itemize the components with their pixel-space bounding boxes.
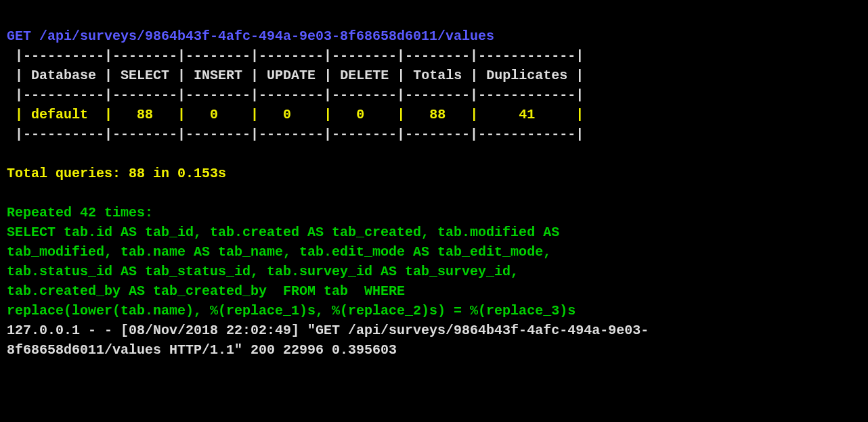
cell-database: default (31, 107, 88, 122)
sql-line-4: tab.created_by AS tab_created_by FROM ta… (7, 283, 405, 299)
repeated-header: Repeated 42 times: (7, 205, 153, 220)
table-header-row: | Database | SELECT | INSERT | UPDATE | … (7, 68, 584, 83)
cell-insert: 0 (210, 107, 218, 122)
sql-line-2: tab_modified, tab.name AS tab_name, tab.… (7, 244, 551, 260)
sql-line-3: tab.status_id AS tab_status_id, tab.surv… (7, 264, 519, 279)
request-line: GET /api/surveys/9864b43f-4afc-494a-9e03… (7, 28, 494, 44)
col-totals: Totals (413, 68, 462, 83)
cell-update: 0 (283, 107, 291, 122)
cell-duplicates: 41 (519, 107, 535, 122)
table-mid-border: |----------|--------|--------|--------|-… (7, 87, 584, 103)
col-update: UPDATE (267, 68, 316, 83)
table-data-row: | default | 88 | 0 | 0 | 0 | 88 | 41 | (7, 107, 584, 122)
sql-line-1: SELECT tab.id AS tab_id, tab.created AS … (7, 225, 559, 240)
col-select: SELECT (121, 68, 169, 83)
total-queries-line: Total queries: 88 in 0.153s (7, 166, 226, 181)
cell-delete: 0 (356, 107, 364, 122)
cell-select: 88 (137, 107, 153, 122)
col-duplicates: Duplicates (486, 68, 567, 83)
table-bottom-border: |----------|--------|--------|--------|-… (7, 126, 584, 142)
access-log-line-1: 127.0.0.1 - - [08/Nov/2018 22:02:49] "GE… (7, 323, 649, 338)
cell-totals: 88 (429, 107, 446, 122)
col-delete: DELETE (340, 68, 389, 83)
col-insert: INSERT (194, 68, 242, 83)
col-database: Database (31, 68, 96, 83)
sql-line-5: replace(lower(tab.name), %(replace_1)s, … (7, 303, 576, 319)
table-top-border: |----------|--------|--------|--------|-… (7, 48, 584, 64)
access-log-line-2: 8f68658d6011/values HTTP/1.1" 200 22996 … (7, 342, 397, 358)
